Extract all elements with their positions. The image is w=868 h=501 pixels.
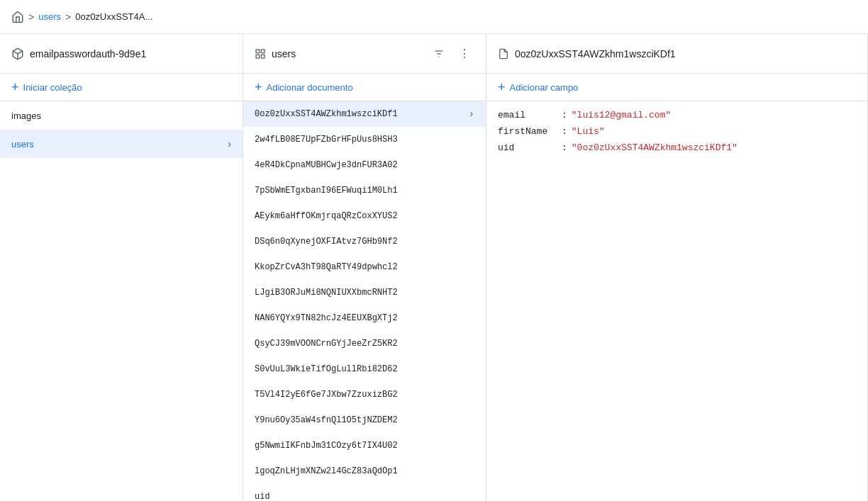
document-item-label: 2w4fLB08E7UpFZbGrHFpUus8HSH3 [255, 135, 474, 145]
document-item-label: NAN6YQYx9TN82hcJz4EEUXBgXTj2 [255, 313, 474, 323]
document-item-label: T5Vl4I2yE6fGe7JXbw7ZzuxizBG2 [255, 390, 474, 400]
field-value: "0oz0zUxxSST4AWZkhm1wszciKDf1" [572, 142, 738, 153]
field-value: "luis12@gmail.com" [572, 110, 671, 120]
document-list: 0oz0zUxxSST4AWZkhm1wszciKDf1 › 2w4fLB08E… [243, 101, 486, 501]
add-collection-label: Iniciar coleção [23, 82, 82, 93]
document-item[interactable]: S0vUuL3WkieTifOgLullRbi82D62 [243, 356, 486, 382]
collection-item-label: images [11, 111, 231, 121]
document-item[interactable]: 0oz0zUxxSST4AWZkhm1wszciKDf1 › [243, 101, 486, 127]
document-item-label: 4eR4DkCpnaMUBHCwje3dnFUR3A02 [255, 160, 474, 170]
col2-actions: ⋮ [429, 44, 474, 64]
database-icon [11, 47, 24, 60]
svg-rect-1 [256, 50, 260, 53]
document-item-label: KkopZrCvA3hT98QaRTY49dpwhcl2 [255, 262, 474, 272]
document-item-label: 7pSbWmETgxbanI96EFWuqi1M0Lh1 [255, 186, 474, 196]
document-item-arrow: › [469, 108, 474, 120]
col2-title: users [272, 48, 429, 60]
more-options-icon[interactable]: ⋮ [455, 44, 474, 64]
document-item-label: Y9nu6Oy35aW4sfnQl1O5tjNZDEM2 [255, 415, 474, 425]
field-key: firstName [498, 126, 562, 137]
add-document-icon: + [255, 81, 262, 94]
document-item[interactable]: KkopZrCvA3hT98QaRTY49dpwhcl2 [243, 254, 486, 280]
field-key: uid [498, 142, 562, 153]
breadcrumb-link-users[interactable]: users [38, 11, 61, 22]
svg-rect-2 [261, 50, 265, 53]
filter-icon[interactable] [429, 44, 449, 64]
document-item[interactable]: g5NwmiIKFnbJm31COzy6t7IX4U02 [243, 433, 486, 458]
collection-item[interactable]: users › [0, 130, 243, 158]
document-item[interactable]: NAN6YQYx9TN82hcJz4EEUXBgXTj2 [243, 305, 486, 331]
field-row: email : "luis12@gmail.com" [498, 107, 856, 123]
col-detail: 0oz0zUxxSST4AWZkhm1wszciKDf1 + Adicionar… [486, 34, 868, 501]
field-colon: : [562, 126, 567, 137]
collection-list: images users › [0, 101, 243, 501]
collection-icon [255, 47, 266, 60]
document-item-label: QsyCJ39mVOONCrnGYjJeeZrZ5KR2 [255, 339, 474, 349]
col2-header: users ⋮ [243, 34, 486, 74]
document-item-label: LJgiB3ORJuMi8NQNIUXXbmcRNHT2 [255, 288, 474, 298]
document-item[interactable]: AEykm6aHffOKmjrqaQRzCoxXYUS2 [243, 203, 486, 229]
document-item[interactable]: QsyCJ39mVOONCrnGYjJeeZrZ5KR2 [243, 331, 486, 356]
document-icon [498, 47, 509, 60]
document-item-label: AEykm6aHffOKmjrqaQRzCoxXYUS2 [255, 211, 474, 221]
document-item[interactable]: 2w4fLB08E7UpFZbGrHFpUus8HSH3 [243, 127, 486, 152]
field-key: email [498, 110, 562, 120]
breadcrumb-current: 0oz0zUxxSST4A... [75, 11, 152, 22]
add-field-icon: + [498, 81, 506, 94]
collection-item-label: users [11, 139, 228, 150]
document-item[interactable]: 4eR4DkCpnaMUBHCwje3dnFUR3A02 [243, 152, 486, 178]
add-document-btn[interactable]: + Adicionar documento [243, 74, 486, 101]
collection-item-arrow: › [228, 138, 231, 150]
add-document-label: Adicionar documento [267, 82, 353, 93]
svg-rect-4 [256, 55, 260, 59]
document-item[interactable]: lgoqZnLHjmXNZw2l4GcZ83aQdOp1 [243, 458, 486, 484]
document-item[interactable]: DSq6n0qXynejOXFIAtvz7GHb9Nf2 [243, 229, 486, 254]
breadcrumb-sep-1: > [28, 11, 34, 23]
col3-title: 0oz0zUxxSST4AWZkhm1wszciKDf1 [515, 48, 856, 60]
document-item[interactable]: LJgiB3ORJuMi8NQNIUXXbmcRNHT2 [243, 280, 486, 305]
col-database: emailpasswordauth-9d9e1 + Iniciar coleçã… [0, 34, 243, 501]
breadcrumb-sep-2: > [65, 11, 71, 23]
add-collection-icon: + [11, 81, 19, 94]
col3-header: 0oz0zUxxSST4AWZkhm1wszciKDf1 [486, 34, 867, 74]
document-item-label: g5NwmiIKFnbJm31COzy6t7IX4U02 [255, 441, 474, 451]
add-field-label: Adicionar campo [510, 82, 579, 93]
document-item-label: lgoqZnLHjmXNZw2l4GcZ83aQdOp1 [255, 466, 474, 476]
add-field-btn[interactable]: + Adicionar campo [486, 74, 867, 101]
document-item[interactable]: uid [243, 484, 486, 501]
document-item[interactable]: T5Vl4I2yE6fGe7JXbw7ZzuxizBG2 [243, 382, 486, 407]
col1-title: emailpasswordauth-9d9e1 [30, 48, 231, 60]
document-item-label: DSq6n0qXynejOXFIAtvz7GHb9Nf2 [255, 237, 474, 247]
breadcrumb-bar: > users > 0oz0zUxxSST4A... [0, 0, 868, 34]
field-row: firstName : "Luis" [498, 123, 856, 140]
main-layout: emailpasswordauth-9d9e1 + Iniciar coleçã… [0, 34, 868, 501]
field-value: "Luis" [572, 126, 605, 137]
collection-item[interactable]: images [0, 101, 243, 130]
document-item[interactable]: Y9nu6Oy35aW4sfnQl1O5tjNZDEM2 [243, 407, 486, 433]
document-item-label: uid [255, 492, 474, 501]
document-item-label: 0oz0zUxxSST4AWZkhm1wszciKDf1 [255, 109, 469, 119]
col-documents: users ⋮ + Adicionar documento 0oz0zUxxSS… [243, 34, 486, 501]
document-item-label: S0vUuL3WkieTifOgLullRbi82D62 [255, 364, 474, 374]
add-collection-btn[interactable]: + Iniciar coleção [0, 74, 243, 101]
field-colon: : [562, 110, 567, 120]
document-item[interactable]: 7pSbWmETgxbanI96EFWuqi1M0Lh1 [243, 178, 486, 203]
field-row: uid : "0oz0zUxxSST4AWZkhm1wszciKDf1" [498, 140, 856, 156]
svg-rect-3 [261, 55, 265, 59]
field-colon: : [562, 142, 567, 153]
doc-detail: email : "luis12@gmail.com" firstName : "… [486, 101, 867, 501]
home-icon[interactable] [11, 11, 24, 23]
col1-header: emailpasswordauth-9d9e1 [0, 34, 243, 74]
